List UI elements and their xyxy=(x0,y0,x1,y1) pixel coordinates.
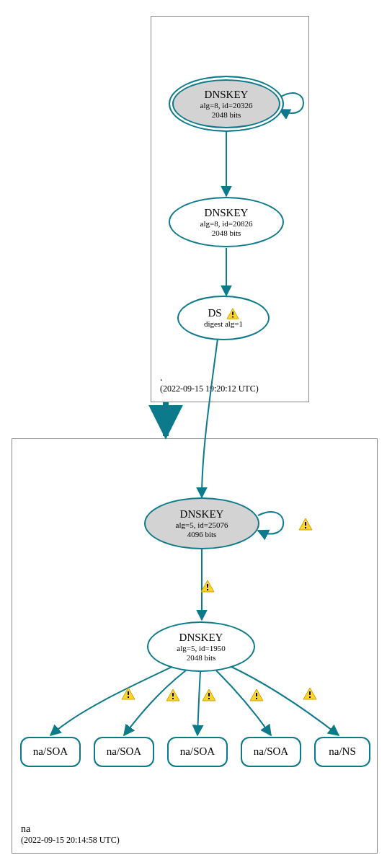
node-root-ksk-title: DNSKEY xyxy=(205,89,249,101)
zone-root-name: . xyxy=(160,372,259,384)
node-na-zsk-title: DNSKEY xyxy=(179,632,223,644)
warning-icon xyxy=(226,308,239,319)
node-rr4[interactable]: na/SOA xyxy=(241,737,301,767)
node-root-ds-alg: digest alg=1 xyxy=(204,319,243,329)
node-rr5-label: na/NS xyxy=(329,745,356,758)
zone-na-timestamp: (2022-09-15 20:14:58 UTC) xyxy=(21,835,120,846)
node-na-zsk[interactable]: DNSKEY alg=5, id=1950 2048 bits xyxy=(147,621,255,672)
node-rr4-label: na/SOA xyxy=(254,745,288,758)
node-na-zsk-alg: alg=5, id=1950 xyxy=(177,644,225,653)
node-rr3[interactable]: na/SOA xyxy=(167,737,228,767)
node-rr2-label: na/SOA xyxy=(107,745,141,758)
node-root-ksk-alg: alg=8, id=20326 xyxy=(200,101,253,110)
node-rr1-label: na/SOA xyxy=(33,745,68,758)
node-root-zsk-title: DNSKEY xyxy=(205,207,249,219)
node-root-ds-title: DS xyxy=(208,307,221,319)
svg-rect-1 xyxy=(232,316,233,317)
node-rr1[interactable]: na/SOA xyxy=(20,737,81,767)
node-rr3-label: na/SOA xyxy=(180,745,215,758)
node-root-ksk[interactable]: DNSKEY alg=8, id=20326 2048 bits xyxy=(169,76,284,132)
node-root-ds[interactable]: DS digest alg=1 xyxy=(177,296,270,340)
node-root-zsk[interactable]: DNSKEY alg=8, id=20826 2048 bits xyxy=(169,197,284,247)
node-na-ksk-bits: 4096 bits xyxy=(187,530,217,539)
node-root-zsk-bits: 2048 bits xyxy=(212,229,241,238)
node-root-ksk-bits: 2048 bits xyxy=(212,110,241,120)
zone-na-name: na xyxy=(21,823,120,835)
node-na-ksk[interactable]: DNSKEY alg=5, id=25076 4096 bits xyxy=(144,497,259,549)
node-rr5[interactable]: na/NS xyxy=(314,737,370,767)
zone-root-timestamp: (2022-09-15 19:20:12 UTC) xyxy=(160,384,259,394)
node-na-ksk-title: DNSKEY xyxy=(180,508,224,521)
node-root-zsk-alg: alg=8, id=20826 xyxy=(200,219,253,229)
svg-rect-0 xyxy=(232,311,233,314)
node-na-zsk-bits: 2048 bits xyxy=(187,653,216,663)
node-rr2[interactable]: na/SOA xyxy=(94,737,154,767)
node-na-ksk-alg: alg=5, id=25076 xyxy=(176,521,228,530)
